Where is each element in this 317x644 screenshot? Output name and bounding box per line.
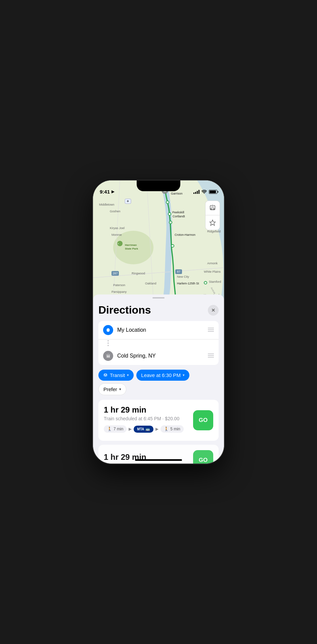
time-picker-button[interactable]: Leave at 6:30 PM ▾ bbox=[136, 370, 189, 381]
svg-point-37 bbox=[169, 221, 172, 224]
svg-point-36 bbox=[168, 213, 171, 215]
walk-start-badge: 🚶 7 min bbox=[104, 425, 127, 433]
close-button[interactable]: ✕ bbox=[208, 305, 219, 316]
signal-bar-1 bbox=[193, 193, 194, 194]
svg-text:State Park: State Park bbox=[125, 247, 138, 250]
route-card-1[interactable]: 1 hr 29 min Train scheduled at 6:45 PM ·… bbox=[98, 400, 219, 441]
signal-bar-2 bbox=[195, 192, 196, 194]
prefer-button[interactable]: Prefer ▾ bbox=[98, 383, 126, 395]
svg-point-38 bbox=[171, 245, 174, 247]
walk-start-text: 7 min bbox=[114, 427, 123, 431]
svg-text:87: 87 bbox=[177, 270, 180, 273]
svg-text:New City: New City bbox=[177, 275, 189, 278]
route-card-2-left: 1 hr 29 min Train scheduled at 7:21 PM ·… bbox=[104, 452, 193, 464]
wifi-icon bbox=[201, 189, 207, 195]
map-area: Harriman State Park + 287 87 Goshen Midd… bbox=[93, 180, 224, 301]
svg-text:Paterson: Paterson bbox=[113, 283, 125, 287]
svg-point-57 bbox=[213, 208, 215, 210]
svg-text:Armonk: Armonk bbox=[207, 262, 218, 265]
phone-screen: 9:41 ▶ bbox=[93, 180, 224, 464]
signal-bars bbox=[193, 190, 199, 194]
bottom-sheet: Directions ✕ My Location bbox=[93, 294, 224, 464]
go-button-2[interactable]: GO bbox=[193, 450, 213, 464]
svg-point-68 bbox=[106, 375, 106, 376]
origin-text: My Location bbox=[117, 327, 204, 333]
train-icon: 🚌 bbox=[145, 427, 150, 431]
mode-buttons: Transit ▾ Leave at 6:30 PM ▾ Prefer ▾ bbox=[98, 370, 219, 395]
time-chevron-icon: ▾ bbox=[183, 373, 185, 377]
walk-end-icon: 🚶 bbox=[164, 427, 169, 431]
svg-point-39 bbox=[204, 281, 207, 284]
sheet-header: Directions ✕ bbox=[98, 304, 219, 316]
connector-dot-1 bbox=[107, 340, 109, 341]
time-display: 9:41 bbox=[100, 189, 110, 195]
route-inputs: My Location bbox=[98, 321, 219, 365]
svg-text:Stamford: Stamford bbox=[209, 280, 221, 283]
map-buttons bbox=[205, 201, 220, 230]
walk-end-badge: 🚶 5 min bbox=[161, 425, 183, 433]
svg-point-67 bbox=[104, 375, 105, 376]
origin-icon bbox=[103, 325, 113, 335]
svg-text:Croton-Harmon: Croton-Harmon bbox=[175, 233, 195, 236]
svg-text:✈: ✈ bbox=[127, 200, 129, 203]
transit-label: Transit bbox=[110, 372, 125, 378]
svg-text:Middletown: Middletown bbox=[99, 203, 115, 206]
prefer-label: Prefer bbox=[103, 386, 117, 392]
mta-label: MTA bbox=[137, 427, 144, 431]
walk-end-text: 5 min bbox=[170, 427, 180, 431]
route-1-details: Train scheduled at 6:45 PM · $20.00 bbox=[104, 416, 193, 421]
svg-text:287: 287 bbox=[112, 272, 118, 275]
walk-start-icon: 🚶 bbox=[107, 427, 112, 431]
battery-fill bbox=[210, 191, 216, 193]
svg-text:Ridgefield: Ridgefield bbox=[207, 230, 221, 233]
route-card-1-left: 1 hr 29 min Train scheduled at 6:45 PM ·… bbox=[104, 405, 193, 435]
svg-point-35 bbox=[166, 201, 169, 204]
prefer-chevron-icon: ▾ bbox=[119, 387, 121, 391]
status-time: 9:41 ▶ bbox=[100, 189, 114, 195]
notch bbox=[137, 180, 180, 191]
transit-chevron-icon: ▾ bbox=[127, 373, 129, 377]
destination-icon: 🏛 bbox=[103, 351, 113, 361]
destination-row[interactable]: 🏛 Cold Spring, NY bbox=[98, 347, 219, 365]
time-label: Leave at 6:30 PM bbox=[141, 372, 181, 378]
destination-text: Cold Spring, NY bbox=[117, 353, 204, 359]
svg-text:Harlem-125th St: Harlem-125th St bbox=[177, 282, 199, 285]
route-1-steps: 🚶 7 min ▶ MTA 🚌 ▶ 🚶 bbox=[104, 425, 193, 433]
close-icon: ✕ bbox=[211, 308, 215, 313]
go-button-1[interactable]: GO bbox=[193, 410, 213, 430]
svg-text:Cortlandt: Cortlandt bbox=[173, 215, 185, 218]
svg-point-56 bbox=[211, 208, 212, 210]
phone-frame: 9:41 ▶ bbox=[93, 180, 224, 464]
signal-bar-4 bbox=[198, 190, 199, 194]
origin-row[interactable]: My Location bbox=[98, 321, 219, 339]
svg-rect-69 bbox=[104, 374, 106, 375]
svg-text:Monroe: Monroe bbox=[111, 233, 122, 236]
destination-handle-icon bbox=[208, 353, 214, 360]
transit-mode-button[interactable] bbox=[205, 201, 220, 215]
origin-handle-icon bbox=[208, 327, 214, 334]
transit-mode-button[interactable]: Transit ▾ bbox=[98, 370, 134, 381]
battery-icon bbox=[209, 190, 217, 194]
svg-text:Peekskill: Peekskill bbox=[172, 211, 184, 214]
connector-dot-3 bbox=[107, 345, 109, 346]
sheet-content: Directions ✕ My Location bbox=[93, 299, 224, 464]
home-indicator bbox=[135, 459, 182, 461]
location-arrow-icon: ▶ bbox=[111, 190, 114, 194]
recenter-button[interactable] bbox=[205, 215, 220, 230]
svg-text:White Plains: White Plains bbox=[204, 270, 221, 273]
signal-bar-3 bbox=[197, 191, 198, 194]
svg-text:+: + bbox=[118, 242, 119, 245]
step-arrow-1: ▶ bbox=[129, 427, 132, 431]
svg-text:Oakland: Oakland bbox=[145, 282, 156, 285]
mta-transit-badge: MTA 🚌 bbox=[134, 426, 153, 433]
route-card-2-inner: 1 hr 29 min Train scheduled at 7:21 PM ·… bbox=[104, 450, 213, 464]
connector-dot-2 bbox=[107, 342, 109, 344]
directions-title: Directions bbox=[98, 304, 151, 316]
route-card-1-inner: 1 hr 29 min Train scheduled at 6:45 PM ·… bbox=[104, 405, 213, 435]
step-arrow-2: ▶ bbox=[155, 427, 158, 431]
status-right bbox=[193, 189, 217, 195]
svg-text:Harriman: Harriman bbox=[125, 244, 137, 247]
svg-text:Goshen: Goshen bbox=[110, 210, 121, 213]
svg-text:Parsippany: Parsippany bbox=[111, 290, 127, 293]
route-2-details: Train scheduled at 7:21 PM · $20.00 bbox=[104, 463, 193, 464]
